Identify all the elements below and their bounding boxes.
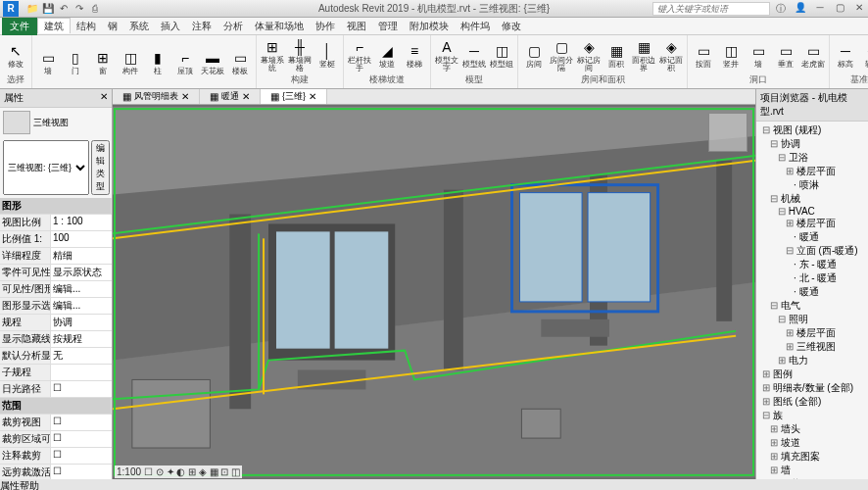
close-tab-icon[interactable]: ✕ (181, 91, 189, 102)
save-icon[interactable]: 💾 (41, 2, 55, 16)
tree-node[interactable]: 图例 (758, 368, 866, 381)
close-tab-icon[interactable]: ✕ (242, 91, 250, 102)
ribbon-屋顶[interactable]: ⌐屋顶 (172, 37, 198, 85)
prop-row[interactable]: 裁剪区域可见☐ (0, 431, 112, 448)
ribbon-面积边界[interactable]: ▦面积边界 (631, 37, 656, 73)
file-tab[interactable]: 文件 (2, 18, 37, 35)
prop-row[interactable]: 范围 (0, 398, 112, 415)
menu-tab-11[interactable]: 附加模块 (404, 19, 455, 33)
prop-row[interactable]: 子规程 (0, 365, 112, 381)
prop-row[interactable]: 显示隐藏线按规程 (0, 331, 112, 348)
ribbon-模型线[interactable]: ─模型线 (461, 37, 487, 73)
prop-row[interactable]: 可见性/图形替换编辑... (0, 281, 112, 298)
ribbon-轴网[interactable]: ╫轴网 (860, 37, 868, 73)
ribbon-楼板[interactable]: ▭楼板 (227, 37, 253, 85)
view-control-bar[interactable]: 1:100 ☐ ⊙ ✦ ◐ ⊞ ◈ ▦ ⊡ ◫ (115, 466, 242, 478)
prop-row[interactable]: 远剪裁激活☐ (0, 465, 112, 479)
menu-tab-4[interactable]: 插入 (155, 19, 186, 33)
redo-icon[interactable]: ↷ (72, 2, 86, 16)
view-tab[interactable]: ▦暖通 ✕ (200, 89, 261, 104)
prop-row[interactable]: 图形 (0, 198, 112, 215)
ribbon-楼梯[interactable]: ≡楼梯 (402, 37, 427, 73)
prop-row[interactable]: 日光路径☐ (0, 381, 112, 398)
ribbon-构件[interactable]: ◫构件 (118, 37, 143, 85)
menu-tab-10[interactable]: 管理 (372, 19, 404, 33)
tree-node[interactable]: 族 (758, 409, 866, 422)
tree-node[interactable]: 楼层平面 (758, 326, 866, 340)
tree-node[interactable]: 墙头 (758, 422, 866, 436)
menu-tab-3[interactable]: 系统 (123, 19, 155, 33)
search-input[interactable] (652, 2, 770, 16)
tree-node[interactable]: 楼层平面 (758, 165, 866, 178)
browser-tree[interactable]: 视图 (规程)协调卫浴楼层平面喷淋机械HVAC楼层平面暖通立面 (西-暖通)东 … (756, 122, 868, 479)
ribbon-门[interactable]: ▯门 (63, 37, 88, 85)
tree-node[interactable]: 图纸 (全部) (758, 395, 866, 409)
3d-viewport[interactable]: 1:100 ☐ ⊙ ✦ ◐ ⊞ ◈ ▦ ⊡ ◫ (113, 105, 755, 479)
tree-node[interactable]: 填充图案 (758, 450, 866, 464)
tree-node[interactable]: 北 - 暖通 (758, 271, 866, 285)
menu-tab-1[interactable]: 结构 (71, 19, 102, 33)
tree-node[interactable]: 三维视图 (758, 340, 866, 354)
tree-node[interactable]: 喷淋 (758, 178, 866, 192)
ribbon-天花板[interactable]: ▬天花板 (200, 37, 225, 85)
ribbon-修改[interactable]: ↖修改 (3, 37, 28, 73)
edit-type-button[interactable]: 编辑类型 (91, 140, 110, 195)
close-panel-icon[interactable]: ✕ (100, 91, 108, 105)
tree-node[interactable]: 电气 (758, 299, 866, 313)
open-icon[interactable]: 📁 (25, 2, 39, 16)
menu-tab-8[interactable]: 协作 (310, 19, 341, 33)
prop-row[interactable]: 默认分析显示样式无 (0, 348, 112, 365)
tree-node[interactable]: 卫浴 (758, 151, 866, 165)
tree-node[interactable]: 照明 (758, 313, 866, 326)
ribbon-幕墙系统[interactable]: ⊞幕墙系统 (260, 37, 285, 73)
prop-row[interactable]: 裁剪视图☐ (0, 415, 112, 431)
ribbon-面积[interactable]: ▦面积 (603, 37, 629, 73)
user-icon[interactable]: 👤 (794, 2, 807, 16)
tree-node[interactable]: HVAC (758, 206, 866, 217)
ribbon-老虎窗[interactable]: ▭老虎窗 (800, 37, 826, 73)
ribbon-柱[interactable]: ▮柱 (145, 37, 170, 85)
menu-tab-0[interactable]: 建筑 (37, 18, 71, 33)
close-tab-icon[interactable]: ✕ (309, 91, 316, 102)
tree-node[interactable]: 立面 (西-暖通) (758, 244, 866, 258)
tree-node[interactable]: 墙 (758, 464, 866, 477)
tree-node[interactable]: 坡道 (758, 436, 866, 450)
tree-node[interactable]: 视图 (规程) (758, 123, 866, 137)
ribbon-窗[interactable]: ⊞窗 (90, 37, 116, 85)
prop-row[interactable]: 零件可见性显示原状态 (0, 265, 112, 281)
tree-node[interactable]: 协调 (758, 137, 866, 151)
view-tab[interactable]: ▦{三维} ✕ (261, 89, 327, 104)
tree-node[interactable]: 东 - 暖通 (758, 258, 866, 271)
info-icon[interactable]: ⓘ (774, 2, 788, 16)
ribbon-模型文字[interactable]: A模型文字 (434, 37, 459, 73)
ribbon-标记房间[interactable]: ◈标记房间 (576, 37, 602, 73)
view-tab[interactable]: ▦风管明细表 ✕ (113, 89, 200, 104)
minimize-icon[interactable]: ─ (813, 2, 827, 16)
tree-node[interactable]: 暖通 (758, 285, 866, 299)
prop-row[interactable]: 比例值 1:100 (0, 231, 112, 248)
menu-tab-9[interactable]: 视图 (341, 19, 372, 33)
ribbon-按面[interactable]: ▭按面 (691, 37, 716, 73)
menu-tab-13[interactable]: 修改 (496, 19, 527, 33)
tree-node[interactable]: 明细表/数量 (全部) (758, 381, 866, 395)
ribbon-栏杆扶手[interactable]: ⌐栏杆扶手 (347, 37, 372, 73)
menu-tab-7[interactable]: 体量和场地 (249, 19, 310, 33)
ribbon-标记面积[interactable]: ◈标记面积 (658, 37, 684, 73)
tree-node[interactable]: 楼层平面 (758, 217, 866, 230)
type-selector[interactable]: 三维视图: {三维} (3, 140, 89, 195)
ribbon-竖井[interactable]: ◫竖井 (718, 37, 744, 73)
prop-row[interactable]: 图形显示选项编辑... (0, 298, 112, 315)
ribbon-垂直[interactable]: ▭垂直 (773, 37, 798, 73)
ribbon-幕墙网格[interactable]: ╫幕墙网格 (287, 37, 313, 73)
prop-row[interactable]: 注释裁剪☐ (0, 448, 112, 465)
tree-node[interactable]: 电力 (758, 354, 866, 368)
tree-node[interactable]: 天花板 (758, 477, 866, 479)
prop-row[interactable]: 详细程度精细 (0, 248, 112, 265)
tree-node[interactable]: 暖通 (758, 230, 866, 244)
ribbon-竖梃[interactable]: │竖梃 (314, 37, 340, 73)
maximize-icon[interactable]: ▢ (833, 2, 846, 16)
print-icon[interactable]: ⎙ (88, 2, 102, 16)
menu-tab-12[interactable]: 构件坞 (455, 19, 496, 33)
menu-tab-5[interactable]: 注释 (186, 19, 217, 33)
prop-row[interactable]: 视图比例1 : 100 (0, 215, 112, 231)
